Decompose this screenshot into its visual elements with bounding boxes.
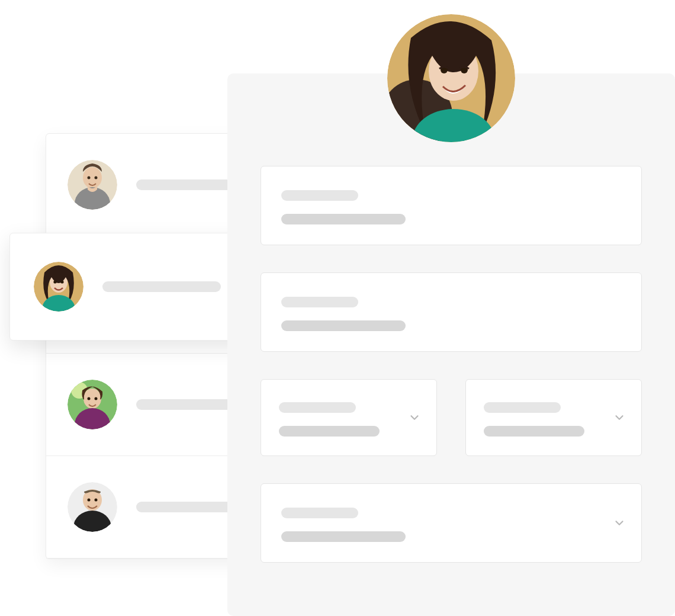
list-item-label (136, 179, 237, 190)
avatar (68, 380, 117, 429)
field-value (484, 426, 584, 437)
detail-dropdown[interactable] (261, 379, 437, 456)
svg-point-9 (83, 389, 101, 409)
svg-point-23 (60, 280, 63, 283)
svg-point-4 (88, 177, 91, 179)
field-value (281, 214, 406, 224)
field-label (279, 402, 356, 413)
field-value (279, 426, 380, 437)
avatar (68, 160, 117, 210)
field-label (281, 508, 358, 518)
detail-cards (261, 166, 642, 590)
detail-field-row (261, 379, 642, 456)
list-item-label (102, 281, 221, 292)
svg-point-11 (88, 397, 91, 400)
list-item-label (136, 399, 237, 410)
avatar (34, 262, 83, 312)
chevron-down-icon (613, 516, 626, 530)
list-item-label (136, 502, 237, 512)
field-label (281, 190, 358, 201)
chevron-down-icon (408, 411, 421, 424)
svg-point-22 (53, 280, 56, 283)
field-label (281, 297, 358, 307)
field-value (281, 320, 406, 331)
chevron-down-icon (613, 411, 626, 424)
avatar (68, 482, 117, 532)
field-value (281, 531, 406, 542)
svg-point-5 (95, 177, 98, 179)
svg-point-18 (95, 499, 98, 502)
detail-field[interactable] (261, 166, 642, 245)
field-label (484, 402, 561, 413)
detail-field[interactable] (261, 272, 642, 352)
detail-avatar (387, 14, 515, 142)
svg-point-17 (88, 499, 91, 502)
detail-panel (227, 73, 675, 616)
svg-point-12 (95, 397, 98, 400)
detail-dropdown[interactable] (465, 379, 642, 456)
detail-dropdown[interactable] (261, 483, 642, 563)
